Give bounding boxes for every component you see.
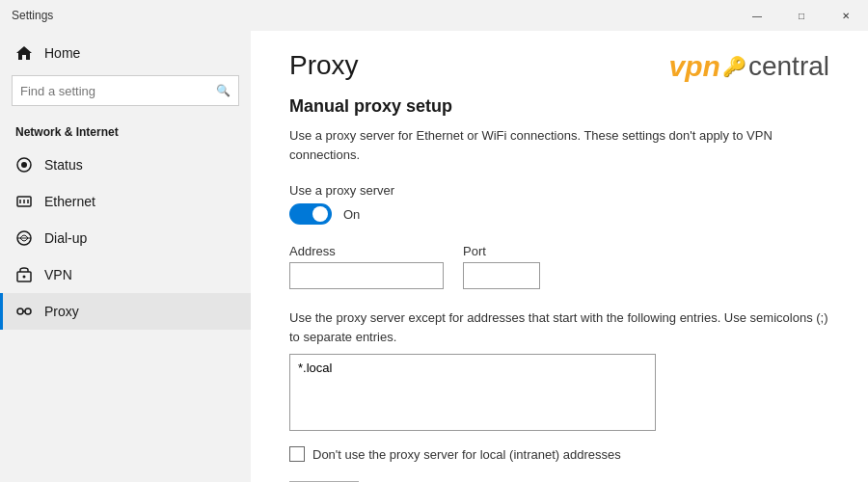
sidebar-item-proxy[interactable]: Proxy [0,293,251,330]
dialup-icon [15,229,33,247]
sidebar-item-dialup[interactable]: Dial-up [0,220,251,256]
toggle-knob [312,206,328,222]
sidebar-item-label-status: Status [44,157,83,173]
port-input[interactable] [463,262,540,289]
vpn-logo-vpn: vpn [669,50,720,83]
checkbox-row: Don't use the proxy server for local (in… [289,446,829,462]
svg-point-10 [17,308,23,314]
sidebar-item-vpn[interactable]: VPN [0,256,251,293]
sidebar-item-home[interactable]: Home [0,35,251,71]
titlebar-controls: — □ ✕ [735,0,868,31]
fields-row: Address Port [289,244,829,289]
sidebar-item-label-dialup: Dial-up [44,230,87,246]
vpn-nav-icon [15,266,33,283]
sidebar-item-label-ethernet: Ethernet [44,194,95,209]
sidebar-item-ethernet[interactable]: Ethernet [0,183,251,220]
sidebar-item-status[interactable]: Status [0,147,251,183]
search-icon: 🔍 [216,84,231,97]
titlebar: Settings — □ ✕ [0,0,868,31]
toggle-label: Use a proxy server [289,183,829,198]
close-button[interactable]: ✕ [824,0,868,31]
home-icon [15,44,33,62]
titlebar-title: Settings [12,9,53,22]
sidebar-category: Network & Internet [0,118,251,147]
proxy-icon [15,303,33,320]
section-title: Manual proxy setup [289,96,829,117]
search-input[interactable] [20,84,208,98]
address-input[interactable] [289,262,444,289]
search-box[interactable]: 🔍 [12,75,239,106]
proxy-toggle[interactable] [289,203,332,225]
exceptions-description: Use the proxy server except for addresse… [289,308,829,346]
exceptions-textarea[interactable]: *.local [289,354,656,431]
content-area: vpn 🔑 central Proxy Manual proxy setup U… [251,31,868,482]
address-label: Address [289,244,444,258]
svg-point-11 [25,308,31,314]
vpn-logo: vpn 🔑 central [669,50,829,83]
home-label: Home [44,45,80,61]
port-label: Port [463,244,540,258]
status-icon [15,156,33,174]
main-layout: Home 🔍 Network & Internet Status [0,31,868,482]
svg-point-1 [21,162,27,168]
checkbox-label: Don't use the proxy server for local (in… [312,447,621,462]
minimize-button[interactable]: — [735,0,779,31]
sidebar-item-label-vpn: VPN [44,267,72,282]
description: Use a proxy server for Ethernet or WiFi … [289,126,829,164]
maximize-button[interactable]: □ [779,0,824,31]
svg-point-9 [23,276,26,279]
ethernet-icon [15,193,33,210]
port-field-group: Port [463,244,540,289]
vpn-logo-central: central [748,51,829,82]
toggle-row: On [289,203,829,225]
sidebar: Home 🔍 Network & Internet Status [0,31,251,482]
sidebar-item-label-proxy: Proxy [44,304,79,319]
address-field-group: Address [289,244,444,289]
vpn-logo-key-icon: 🔑 [722,55,746,78]
local-intranet-checkbox[interactable] [289,446,305,462]
toggle-state-text: On [343,207,360,222]
